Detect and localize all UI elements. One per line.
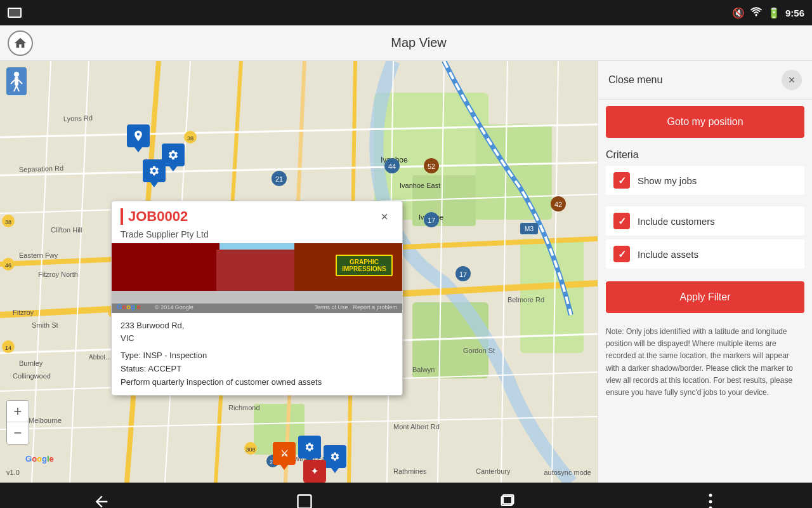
svg-text:Canterbury: Canterbury [476, 467, 511, 475]
svg-rect-86 [298, 495, 311, 509]
map-marker-4[interactable]: ⚔ [273, 442, 296, 470]
zoom-in-button[interactable]: + [7, 401, 29, 422]
svg-text:Burnley: Burnley [19, 359, 43, 367]
popup-status: Status: ACCEPT [121, 363, 393, 376]
show-my-jobs-checkbox[interactable] [613, 172, 630, 189]
battery-icon: 🔋 [768, 7, 780, 19]
panel-header: Close menu × [598, 61, 812, 100]
svg-text:Rathmines: Rathmines [393, 467, 427, 475]
svg-text:Eastern Fwy: Eastern Fwy [19, 251, 58, 259]
svg-text:308: 308 [246, 446, 255, 453]
home-button[interactable] [8, 30, 33, 56]
goto-my-position-button[interactable]: Goto my position [606, 106, 804, 138]
show-my-jobs-row[interactable]: Show my jobs [606, 166, 804, 195]
note-text: Note: Only jobs identified with a latitu… [606, 327, 793, 397]
svg-text:Balwyn: Balwyn [412, 366, 435, 373]
svg-line-84 [14, 86, 16, 91]
svg-text:Fitzroy: Fitzroy [13, 309, 34, 316]
main-content: Lyons Rd Separation Rd Eastern Fwy Ivanh… [0, 61, 812, 483]
popup-header: JOB0002 × [112, 201, 402, 229]
zoom-out-button[interactable]: − [7, 422, 29, 444]
svg-text:14: 14 [5, 345, 11, 351]
svg-text:Fitzroy North: Fitzroy North [38, 271, 78, 278]
more-options-button[interactable] [685, 486, 736, 508]
include-customers-row[interactable]: Include customers [606, 206, 804, 236]
svg-point-89 [709, 494, 712, 497]
status-bar: 🔇 🔋 9:56 [0, 0, 812, 25]
include-customers-checkbox[interactable] [613, 213, 630, 229]
popup-description: Perform quarterly inspection of customer… [121, 376, 393, 389]
svg-line-85 [16, 86, 19, 91]
version-label: v1.0 [6, 469, 20, 476]
map-marker-1[interactable] [127, 124, 150, 152]
criteria-title: Criteria [606, 149, 804, 161]
job-popup: JOB0002 × Trade Supplier Pty Ltd GRAPHIC… [111, 201, 403, 396]
svg-line-82 [11, 80, 15, 84]
zoom-controls: + − [6, 400, 29, 444]
apply-filter-button[interactable]: Apply Filter [606, 281, 804, 313]
map-marker-6[interactable] [324, 445, 346, 473]
page-title: Map View [33, 36, 804, 50]
svg-text:52: 52 [428, 163, 435, 170]
svg-text:38: 38 [187, 135, 193, 142]
popup-image: GRAPHICIMPRESSIONS Google © 2014 Google [112, 243, 402, 313]
map-marker-7[interactable]: ✦ [303, 460, 326, 483]
include-customers-label: Include customers [638, 216, 715, 227]
svg-text:Mont Albert Rd: Mont Albert Rd [393, 423, 440, 431]
autosync-label: autosync mode [544, 469, 591, 476]
svg-point-80 [14, 72, 19, 77]
pegman[interactable] [6, 67, 27, 95]
svg-text:M3: M3 [525, 225, 534, 232]
close-menu-label: Close menu [608, 74, 662, 86]
close-panel-button[interactable]: × [782, 70, 802, 90]
recents-button[interactable] [482, 486, 533, 508]
popup-body: 233 Burwood Rd, VIC Type: INSP - Inspect… [112, 313, 402, 395]
screen-icon [8, 8, 22, 18]
back-button[interactable] [76, 486, 127, 508]
popup-address: 233 Burwood Rd, VIC [121, 319, 393, 344]
google-watermark: Google [25, 454, 54, 464]
svg-text:42: 42 [554, 201, 562, 208]
svg-text:Belmore Rd: Belmore Rd [508, 296, 544, 304]
popup-close-button[interactable]: × [376, 208, 393, 225]
svg-text:44: 44 [388, 163, 396, 170]
svg-text:Separation Rd: Separation Rd [19, 164, 64, 173]
include-assets-checkbox[interactable] [613, 246, 630, 262]
home-nav-button[interactable] [279, 486, 330, 508]
svg-text:Gordon St: Gordon St [463, 347, 495, 354]
map-marker-3[interactable] [143, 159, 166, 187]
svg-text:21: 21 [275, 175, 283, 183]
mute-icon: 🔇 [732, 7, 745, 19]
nav-bar [0, 483, 812, 508]
map-controls [6, 67, 27, 95]
svg-line-83 [18, 80, 22, 84]
note-section: Note: Only jobs identified with a latitu… [598, 319, 812, 405]
svg-text:Ivanhoe East: Ivanhoe East [400, 182, 440, 189]
svg-text:38: 38 [5, 219, 11, 225]
show-my-jobs-label: Show my jobs [638, 175, 697, 186]
popup-details: Type: INSP - Inspection Status: ACCEPT P… [121, 349, 393, 389]
map-area[interactable]: Lyons Rd Separation Rd Eastern Fwy Ivanh… [0, 61, 598, 483]
svg-point-0 [755, 15, 757, 17]
criteria-section: Criteria Show my jobs Include customers … [598, 144, 812, 275]
svg-text:17: 17 [459, 271, 467, 278]
svg-text:46: 46 [5, 262, 11, 269]
wifi-icon [750, 7, 763, 20]
app-bar: Map View [0, 25, 812, 61]
popup-image-copyright: © 2014 Google [155, 304, 193, 311]
popup-company: Trade Supplier Pty Ltd [112, 229, 402, 243]
job-id: JOB0002 [121, 208, 188, 225]
popup-type: Type: INSP - Inspection [121, 349, 393, 363]
svg-text:Richmond: Richmond [228, 404, 260, 411]
svg-text:17: 17 [428, 217, 435, 224]
svg-text:Clifton Hill: Clifton Hill [51, 226, 82, 234]
svg-text:Abbot...: Abbot... [89, 354, 110, 361]
svg-point-90 [709, 500, 712, 504]
include-assets-row[interactable]: Include assets [606, 239, 804, 269]
clock: 9:56 [785, 8, 804, 18]
svg-text:Collingwood: Collingwood [13, 372, 51, 380]
svg-text:Lyons Rd: Lyons Rd [63, 114, 93, 123]
right-panel: Close menu × Goto my position Criteria S… [598, 61, 812, 483]
include-assets-label: Include assets [638, 249, 698, 260]
svg-rect-81 [15, 77, 18, 86]
